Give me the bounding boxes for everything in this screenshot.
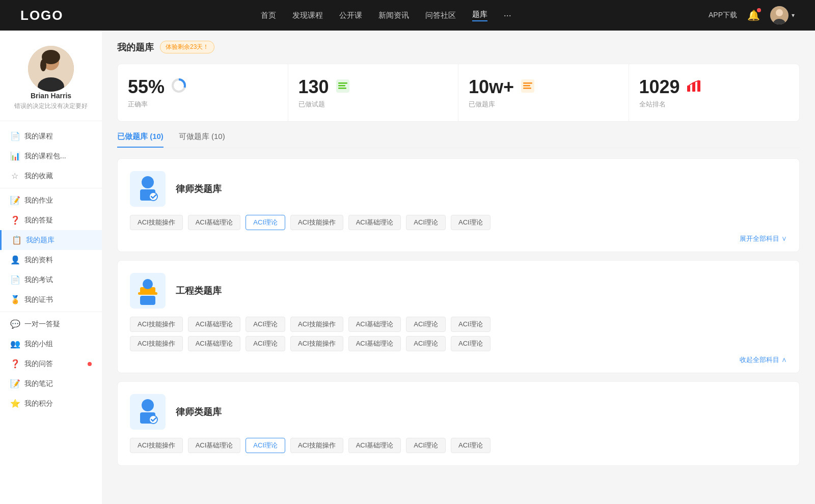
tag-eng2-aci-skill-2[interactable]: ACI技能操作 xyxy=(290,336,343,351)
tag-l2-aci-theory-1[interactable]: ACI理论 xyxy=(246,438,285,453)
tag-aci-basic-theory-2[interactable]: ACI基础理论 xyxy=(348,215,401,230)
nav-news[interactable]: 新闻资讯 xyxy=(378,11,409,20)
stat-done-banks: 10w+ 已做题库 xyxy=(458,64,629,121)
nav-qbank[interactable]: 题库 xyxy=(472,10,487,21)
tag-eng-aci-basic-1[interactable]: ACI基础理论 xyxy=(188,317,241,332)
tag-l2-aci-theory-2[interactable]: ACI理论 xyxy=(406,438,446,453)
collapse-engineer-button[interactable]: 收起全部科目 ∧ xyxy=(130,355,787,365)
engineer-svg xyxy=(135,277,160,305)
qbank-title-lawyer: 律师类题库 xyxy=(176,183,222,195)
questions-icon: ❓ xyxy=(10,215,19,225)
sidebar-label-course: 我的课程 xyxy=(24,132,92,141)
profile-photo xyxy=(28,46,74,92)
tag-eng2-aci-skill-1[interactable]: ACI技能操作 xyxy=(130,336,183,351)
header-right: APP下载 🔔 ▾ xyxy=(709,6,795,24)
sidebar-item-qbank[interactable]: 📋 我的题库 xyxy=(0,230,102,250)
sidebar-item-coursepack[interactable]: 📊 我的课程包... xyxy=(0,146,102,166)
tag-eng-aci-theory-3[interactable]: ACI理论 xyxy=(451,317,491,332)
tag-l2-aci-skill-1[interactable]: ACI技能操作 xyxy=(130,438,183,453)
sidebar-divider-1 xyxy=(0,188,102,188)
nav-more[interactable]: ··· xyxy=(504,10,511,21)
stat-ranking: 1029 全站排名 xyxy=(629,64,800,121)
tag-l2-aci-theory-3[interactable]: ACI理论 xyxy=(451,438,491,453)
lawyer-svg xyxy=(135,175,160,203)
qbank-header-lawyer: 律师类题库 xyxy=(130,171,787,207)
list-orange-icon xyxy=(520,78,535,96)
sidebar-item-tutor[interactable]: 💬 一对一答疑 xyxy=(0,314,102,334)
page-title: 我的题库 xyxy=(117,41,154,53)
tag-aci-basic-theory-1[interactable]: ACI基础理论 xyxy=(188,215,241,230)
tag-l2-aci-basic-1[interactable]: ACI基础理论 xyxy=(188,438,241,453)
sidebar-item-qa[interactable]: ❓ 我的问答 xyxy=(0,354,102,374)
main-nav: 首页 发现课程 公开课 新闻资讯 问答社区 题库 ··· xyxy=(261,10,511,21)
sidebar-label-profile: 我的资料 xyxy=(24,256,92,265)
svg-point-21 xyxy=(142,176,154,188)
sidebar-label-notes: 我的笔记 xyxy=(24,379,92,388)
qbank-title-engineer: 工程类题库 xyxy=(176,285,222,297)
tag-eng-aci-skill-2[interactable]: ACI技能操作 xyxy=(290,317,343,332)
nav-qa[interactable]: 问答社区 xyxy=(425,11,456,20)
sidebar-item-favorites[interactable]: ☆ 我的收藏 xyxy=(0,166,102,186)
coursepack-icon: 📊 xyxy=(10,151,19,161)
stats-row: 55% 正确率 130 xyxy=(117,64,800,122)
notification-bell[interactable]: 🔔 xyxy=(747,9,760,21)
tag-aci-skill-op-1[interactable]: ACI技能操作 xyxy=(130,215,183,230)
svg-point-30 xyxy=(149,415,157,424)
sidebar-item-certificate[interactable]: 🏅 我的证书 xyxy=(0,290,102,310)
stat-done-banks-number: 10w+ xyxy=(469,76,514,98)
tag-aci-theory-2[interactable]: ACI理论 xyxy=(406,215,446,230)
tag-l2-aci-basic-2[interactable]: ACI基础理论 xyxy=(348,438,401,453)
notes-icon: 📝 xyxy=(10,379,19,388)
tag-eng2-aci-basic-1[interactable]: ACI基础理论 xyxy=(188,336,241,351)
nav-open-course[interactable]: 公开课 xyxy=(339,11,362,20)
list-green-icon xyxy=(335,78,350,96)
sidebar: Brian Harris 错误的决定比没有决定要好 📄 我的课程 📊 我的课程包… xyxy=(0,31,102,504)
sidebar-item-homework[interactable]: 📝 我的作业 xyxy=(0,190,102,210)
nav-home[interactable]: 首页 xyxy=(261,11,276,20)
sidebar-label-qbank: 我的题库 xyxy=(26,236,92,245)
avatar-image xyxy=(770,6,789,24)
tag-eng2-aci-basic-2[interactable]: ACI基础理论 xyxy=(348,336,401,351)
tag-eng2-aci-theory-2[interactable]: ACI理论 xyxy=(406,336,446,351)
sidebar-profile: Brian Harris 错误的决定比没有决定要好 xyxy=(0,31,102,121)
sidebar-item-course[interactable]: 📄 我的课程 xyxy=(0,126,102,146)
tag-aci-theory-1[interactable]: ACI理论 xyxy=(246,215,285,230)
sidebar-item-group[interactable]: 👥 我的小组 xyxy=(0,334,102,354)
svg-rect-27 xyxy=(140,296,155,305)
tab-done-banks[interactable]: 已做题库 (10) xyxy=(117,132,164,148)
tag-eng-aci-skill-1[interactable]: ACI技能操作 xyxy=(130,317,183,332)
qbank-title-lawyer2: 律师类题库 xyxy=(176,406,222,418)
sidebar-item-notes[interactable]: 📝 我的笔记 xyxy=(0,374,102,394)
tag-eng2-aci-theory-1[interactable]: ACI理论 xyxy=(246,336,285,351)
svg-rect-20 xyxy=(697,80,700,92)
qbank-card-lawyer2: 律师类题库 ACI技能操作 ACI基础理论 ACI理论 ACI技能操作 ACI基… xyxy=(117,381,800,466)
app-download-button[interactable]: APP下载 xyxy=(709,11,737,20)
qbank-tags-lawyer2: ACI技能操作 ACI基础理论 ACI理论 ACI技能操作 ACI基础理论 AC… xyxy=(130,438,787,453)
profile-avatar xyxy=(28,46,74,92)
tag-eng-aci-theory-2[interactable]: ACI理论 xyxy=(406,317,446,332)
nav-discover[interactable]: 发现课程 xyxy=(292,11,323,20)
svg-rect-18 xyxy=(687,86,690,92)
tag-aci-skill-op-2[interactable]: ACI技能操作 xyxy=(290,215,343,230)
tag-aci-theory-3[interactable]: ACI理论 xyxy=(451,215,491,230)
svg-point-28 xyxy=(142,399,154,411)
qbank-tags-lawyer: ACI技能操作 ACI基础理论 ACI理论 ACI技能操作 ACI基础理论 AC… xyxy=(130,215,787,230)
user-avatar-menu[interactable]: ▾ xyxy=(770,6,795,24)
tag-eng-aci-theory-1[interactable]: ACI理论 xyxy=(246,317,285,332)
chart-red-icon xyxy=(686,78,701,96)
sidebar-item-questions[interactable]: ❓ 我的答疑 xyxy=(0,210,102,230)
course-icon: 📄 xyxy=(10,131,19,141)
qa-notification-dot xyxy=(88,362,92,366)
tag-eng-aci-basic-2[interactable]: ACI基础理论 xyxy=(348,317,401,332)
tag-eng2-aci-theory-3[interactable]: ACI理论 xyxy=(451,336,491,351)
expand-lawyer-button[interactable]: 展开全部科目 ∨ xyxy=(130,234,787,243)
qbank-lawyer2-icon xyxy=(130,394,166,430)
tab-available-banks[interactable]: 可做题库 (10) xyxy=(179,132,225,148)
sidebar-item-points[interactable]: ⭐ 我的积分 xyxy=(0,394,102,413)
sidebar-item-profile[interactable]: 👤 我的资料 xyxy=(0,250,102,270)
sidebar-label-exam: 我的考试 xyxy=(24,275,92,285)
sidebar-item-exam[interactable]: 📄 我的考试 xyxy=(0,270,102,290)
trial-badge: 体验剩余23天！ xyxy=(160,41,214,53)
tutor-icon: 💬 xyxy=(10,319,19,329)
tag-l2-aci-skill-2[interactable]: ACI技能操作 xyxy=(290,438,343,453)
